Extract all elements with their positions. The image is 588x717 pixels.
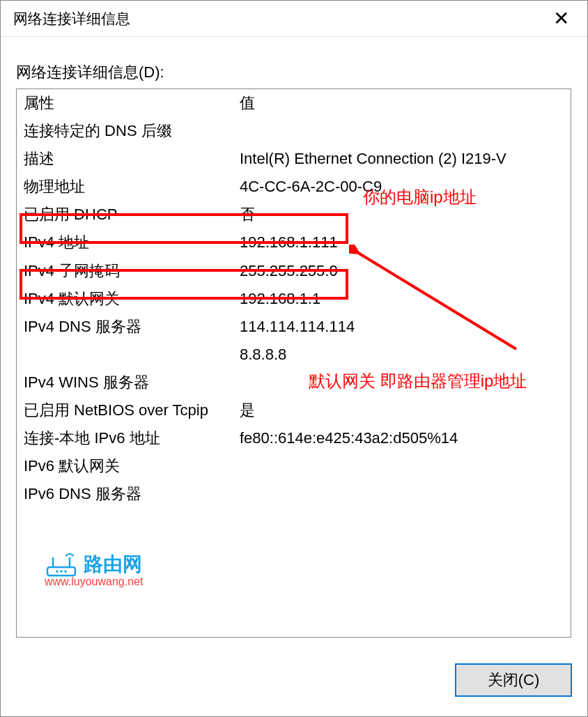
- val-cell: fe80::614e:e425:43a2:d505%14: [240, 426, 564, 450]
- prop-cell: 描述: [24, 147, 240, 171]
- prop-cell: IPv4 默认网关: [24, 287, 240, 311]
- val-cell: 114.114.114.114: [240, 315, 564, 339]
- table-row[interactable]: 已启用 DHCP 否: [17, 201, 571, 229]
- prop-cell: IPv4 DNS 服务器: [24, 315, 240, 339]
- router-icon: [45, 550, 78, 578]
- prop-cell: IPv4 子网掩码: [24, 259, 240, 283]
- table-row[interactable]: 连接-本地 IPv6 地址 fe80::614e:e425:43a2:d505%…: [17, 424, 571, 452]
- column-header-value[interactable]: 值: [240, 91, 564, 115]
- watermark-name: 路由网: [84, 551, 142, 578]
- val-cell: [240, 454, 564, 478]
- prop-cell: [24, 343, 240, 367]
- val-cell: [240, 482, 564, 506]
- column-header-property[interactable]: 属性: [24, 91, 240, 115]
- svg-point-5: [64, 570, 67, 573]
- val-cell: 是: [240, 399, 564, 422]
- prop-cell: IPv6 DNS 服务器: [24, 482, 240, 506]
- val-cell: 8.8.8.8: [240, 343, 564, 367]
- section-label: 网络连接详细信息(D):: [16, 62, 572, 83]
- table-row[interactable]: IPv6 默认网关: [17, 452, 571, 480]
- svg-point-4: [60, 570, 63, 573]
- val-cell: [240, 371, 564, 394]
- table-row[interactable]: IPv4 默认网关 192.168.1.1: [17, 285, 571, 313]
- val-cell: 255.255.255.0: [240, 259, 564, 283]
- table-row[interactable]: IPv4 地址 192.168.1.111: [17, 229, 571, 256]
- table-row[interactable]: IPv4 DNS 服务器 114.114.114.114: [17, 313, 571, 341]
- val-cell: 192.168.1.1: [240, 287, 564, 311]
- table-row[interactable]: 物理地址 4C-CC-6A-2C-00-C9: [17, 173, 571, 201]
- table-row[interactable]: 连接特定的 DNS 后缀: [17, 117, 571, 145]
- prop-cell: IPv6 默认网关: [24, 454, 240, 478]
- table-row[interactable]: IPv6 DNS 服务器: [17, 480, 571, 508]
- content-area: 网络连接详细信息(D): 属性 值 连接特定的 DNS 后缀 描述 Intel(…: [1, 37, 587, 653]
- prop-cell: 连接-本地 IPv6 地址: [24, 426, 240, 450]
- val-cell: Intel(R) Ethernet Connection (2) I219-V: [240, 147, 564, 171]
- table-row[interactable]: IPv4 WINS 服务器: [17, 369, 571, 396]
- val-cell: [240, 119, 564, 143]
- prop-cell: 已启用 NetBIOS over Tcpip: [24, 399, 240, 422]
- table-row[interactable]: 已启用 NetBIOS over Tcpip 是: [17, 396, 571, 424]
- header-row: 属性 值: [17, 89, 571, 117]
- val-cell: 4C-CC-6A-2C-00-C9: [240, 175, 564, 199]
- prop-cell: IPv4 地址: [24, 231, 240, 254]
- prop-cell: 已启用 DHCP: [24, 203, 240, 226]
- table-row[interactable]: 描述 Intel(R) Ethernet Connection (2) I219…: [17, 145, 571, 173]
- val-cell: 192.168.1.111: [240, 231, 564, 254]
- watermark: 路由网 www.luyouwang.net: [45, 550, 143, 588]
- prop-cell: 连接特定的 DNS 后缀: [24, 119, 240, 143]
- prop-cell: IPv4 WINS 服务器: [24, 371, 240, 394]
- svg-point-3: [56, 570, 59, 573]
- button-row: 关闭(C): [455, 663, 572, 697]
- titlebar: 网络连接详细信息 ✕: [1, 1, 587, 37]
- window-title: 网络连接详细信息: [13, 9, 130, 29]
- close-icon[interactable]: ✕: [547, 7, 575, 30]
- table-row[interactable]: IPv4 子网掩码 255.255.255.0: [17, 257, 571, 285]
- close-button[interactable]: 关闭(C): [455, 663, 572, 697]
- table-row[interactable]: 8.8.8.8: [17, 341, 571, 369]
- val-cell: 否: [240, 203, 564, 226]
- prop-cell: 物理地址: [24, 175, 240, 199]
- dialog-window: 网络连接详细信息 ✕ 网络连接详细信息(D): 属性 值 连接特定的 DNS 后…: [0, 0, 588, 717]
- watermark-url: www.luyouwang.net: [45, 576, 143, 588]
- details-listview[interactable]: 属性 值 连接特定的 DNS 后缀 描述 Intel(R) Ethernet C…: [16, 88, 571, 638]
